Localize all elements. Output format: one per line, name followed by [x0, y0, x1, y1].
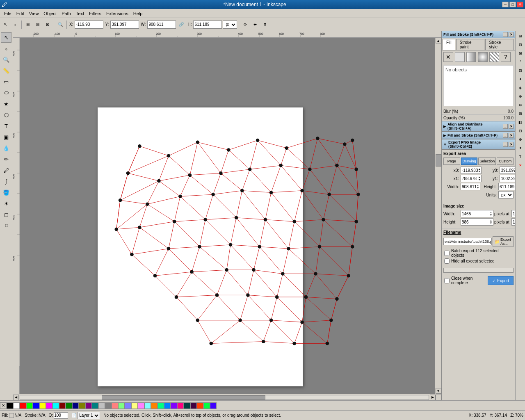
- zoom-in-btn[interactable]: 🔍: [56, 20, 65, 29]
- export-selection-btn[interactable]: Selection: [478, 158, 496, 165]
- export-header[interactable]: ▼ Export PNG Image (Shift+Ctrl+E) _ ✕: [442, 139, 515, 150]
- menu-item-help[interactable]: Help: [131, 10, 145, 17]
- snap-btn-8[interactable]: ⊕: [516, 92, 525, 100]
- export-btn[interactable]: ✓ Export: [488, 276, 514, 285]
- x0-spinner[interactable]: ▲▼: [478, 168, 480, 173]
- distribute-btn[interactable]: ⊠: [43, 20, 52, 29]
- color-swatch-13[interactable]: [92, 402, 98, 409]
- img-width-input[interactable]: 1465 ▲▼: [461, 210, 493, 217]
- tab-stroke-paint[interactable]: Stroke paint: [456, 39, 485, 50]
- align-close-btn[interactable]: ✕: [509, 124, 514, 129]
- tab-stroke-style[interactable]: Stroke style: [485, 39, 514, 50]
- color-swatch-9[interactable]: [66, 402, 72, 409]
- text-tool[interactable]: T: [1, 121, 11, 131]
- x1-spinner[interactable]: ▲▼: [478, 176, 480, 181]
- filename-input[interactable]: [443, 238, 492, 245]
- h-input[interactable]: [193, 21, 222, 29]
- snap-btn-5[interactable]: ⊡: [516, 66, 525, 75]
- star-tool[interactable]: ★: [1, 98, 11, 109]
- color-swatch-16[interactable]: [112, 402, 118, 409]
- hide-except-checkbox[interactable]: [444, 258, 450, 264]
- dropper-tool[interactable]: 💧: [1, 143, 11, 153]
- menu-item-view[interactable]: View: [27, 10, 41, 17]
- scroll-thumb-h[interactable]: [102, 395, 265, 399]
- scroll-thumb[interactable]: [436, 154, 441, 167]
- color-swatch-28[interactable]: [190, 402, 197, 409]
- snap-btn-7[interactable]: ◈: [516, 84, 525, 92]
- flip-h-btn[interactable]: ⬌: [251, 20, 260, 29]
- node-tool[interactable]: ⬦: [1, 43, 11, 54]
- color-swatch-15[interactable]: [105, 402, 112, 409]
- menu-item-file[interactable]: File: [2, 10, 14, 17]
- no-color-swatch[interactable]: ✕: [0, 402, 7, 409]
- color-swatch-31[interactable]: [210, 402, 217, 409]
- titlebar-controls[interactable]: ─ □ ✕: [502, 2, 523, 7]
- export-custom-btn[interactable]: Custom: [497, 158, 514, 165]
- w-input[interactable]: [147, 21, 176, 29]
- scroll-left-btn[interactable]: ◀: [13, 395, 19, 400]
- layer-select[interactable]: Layer 1: [77, 412, 100, 419]
- swatch-btn[interactable]: ?: [501, 52, 511, 62]
- radial-gradient-btn[interactable]: [478, 52, 488, 62]
- menu-item-object[interactable]: Object: [41, 10, 59, 17]
- pencil-tool[interactable]: ✏: [1, 154, 11, 164]
- scroll-down-btn[interactable]: ▼: [436, 388, 441, 394]
- close-button[interactable]: ✕: [517, 2, 523, 7]
- panel-close-btn[interactable]: ✕: [509, 32, 514, 37]
- color-swatch-25[interactable]: [171, 402, 177, 409]
- menu-item-filters[interactable]: Filters: [87, 10, 104, 17]
- x-input[interactable]: [75, 21, 103, 29]
- color-swatch-4[interactable]: [33, 402, 39, 409]
- drawing-canvas[interactable]: [20, 38, 441, 394]
- snap-btn-15[interactable]: T: [516, 153, 525, 161]
- close-when-checkbox[interactable]: [444, 278, 450, 283]
- lock-aspect-btn[interactable]: 🔗: [177, 20, 186, 29]
- canvas-scroll[interactable]: ▲ ▼: [20, 38, 441, 394]
- x1-down[interactable]: ▼: [478, 178, 480, 181]
- x0-down[interactable]: ▼: [478, 170, 480, 173]
- color-swatch-22[interactable]: [151, 402, 158, 409]
- select-tool-btn[interactable]: ↖: [1, 20, 10, 29]
- flip-v-btn[interactable]: ⬍: [260, 20, 269, 29]
- snap-btn-2[interactable]: ⊟: [516, 41, 525, 49]
- flat-color-btn[interactable]: [455, 52, 465, 62]
- img-height-dpi-input[interactable]: [511, 218, 515, 226]
- units-select[interactable]: px: [223, 21, 237, 29]
- pattern-btn[interactable]: [489, 52, 499, 62]
- color-swatch-26[interactable]: [177, 402, 184, 409]
- y1-input[interactable]: 1002.285 ▲▼: [500, 175, 515, 182]
- img-height-input[interactable]: 986 ▲▼: [461, 218, 493, 226]
- measure-tool[interactable]: 📏: [1, 65, 11, 76]
- snap-btn-1[interactable]: ⊞: [516, 32, 525, 40]
- minimize-button[interactable]: ─: [502, 2, 509, 7]
- menu-item-extensions[interactable]: Extensions: [104, 10, 131, 17]
- img-width-spinner[interactable]: ▲▼: [490, 211, 492, 216]
- x1-input[interactable]: 788.678 ▲▼: [461, 175, 482, 182]
- circle-tool[interactable]: ⬭: [1, 87, 11, 98]
- transform-btn[interactable]: ⊞: [23, 20, 32, 29]
- height-input[interactable]: 611.189 ▲▼: [498, 183, 515, 190]
- x0-input[interactable]: -119.933 ▲▼: [461, 167, 482, 174]
- export-close-btn[interactable]: ✕: [509, 142, 514, 147]
- units-select[interactable]: px: [498, 191, 514, 199]
- fill-stroke2-close-btn[interactable]: ✕: [509, 133, 514, 138]
- maximize-button[interactable]: □: [509, 2, 516, 7]
- eraser-tool[interactable]: ◻: [1, 209, 11, 220]
- scroll-right-btn[interactable]: ▶: [430, 395, 436, 400]
- spray-tool[interactable]: ✶: [1, 198, 11, 209]
- color-swatch-6[interactable]: [46, 402, 52, 409]
- pen-tool[interactable]: 🖊: [1, 165, 11, 176]
- color-swatch-10[interactable]: [72, 402, 79, 409]
- calligraphy-tool[interactable]: ∫: [1, 176, 11, 187]
- color-swatch-11[interactable]: [79, 402, 85, 409]
- align-btn[interactable]: ⊟: [33, 20, 42, 29]
- img-height-spinner[interactable]: ▲▼: [490, 219, 492, 224]
- width-input[interactable]: 908.611 ▲▼: [461, 183, 480, 190]
- snap-btn-13[interactable]: ⊕: [516, 135, 525, 144]
- color-swatch-29[interactable]: [197, 402, 203, 409]
- scrollbar-horizontal[interactable]: ◀ ▶: [13, 394, 441, 400]
- batch-export-checkbox[interactable]: [444, 251, 450, 256]
- connector-tool[interactable]: ⌗: [1, 220, 11, 231]
- select-tool[interactable]: ↖: [1, 32, 11, 43]
- transform-obj-btn[interactable]: ⟳: [241, 20, 250, 29]
